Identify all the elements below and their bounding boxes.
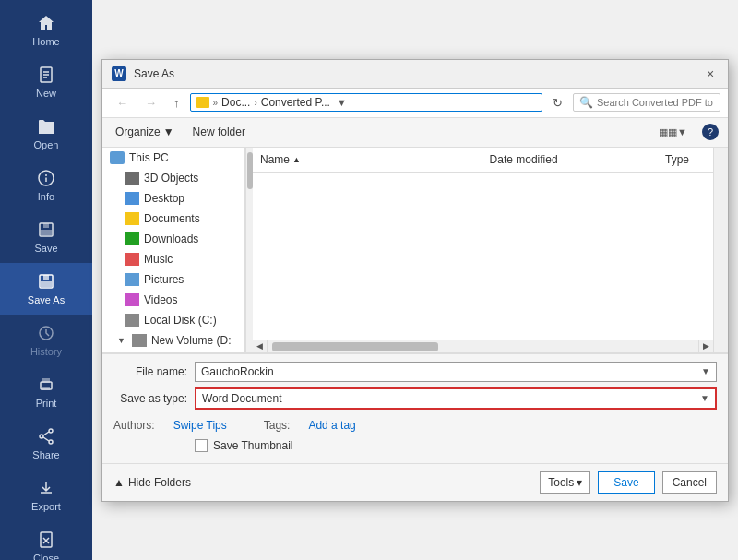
- horizontal-scrollbar[interactable]: ◀ ▶: [253, 340, 713, 352]
- info-icon: [37, 169, 55, 187]
- sidebar-item-share[interactable]: Share: [0, 418, 92, 470]
- nav-item-music[interactable]: Music: [102, 249, 244, 269]
- svg-point-18: [40, 435, 43, 438]
- breadcrumb-folder: [196, 97, 209, 108]
- sidebar-item-info[interactable]: Info: [0, 160, 92, 211]
- sidebar-item-new[interactable]: New: [0, 56, 92, 108]
- svg-rect-11: [43, 275, 49, 280]
- svg-rect-9: [41, 230, 52, 235]
- nav-item-desktop[interactable]: Desktop: [102, 188, 244, 209]
- view-options-button[interactable]: ▦▦ ▼: [653, 123, 693, 142]
- refresh-button[interactable]: ↻: [546, 92, 569, 113]
- sidebar-item-save-as[interactable]: Save As: [0, 263, 92, 315]
- organize-button[interactable]: Organize ▼: [112, 124, 178, 140]
- col-date-label: Date modified: [490, 153, 558, 166]
- save-label: Save: [613, 476, 638, 489]
- filetype-value: Word Document: [202, 392, 281, 405]
- svg-rect-16: [42, 387, 50, 390]
- nav-item-local-disk[interactable]: Local Disk (C:): [102, 310, 244, 330]
- sidebar-item-print[interactable]: Print: [0, 366, 92, 418]
- sidebar-item-history[interactable]: History: [0, 315, 92, 366]
- sidebar-item-close[interactable]: Close: [0, 521, 92, 560]
- help-button[interactable]: ?: [702, 124, 719, 140]
- main-content: W Save As × ← → ↑ » Doc... › Converted P…: [92, 0, 738, 560]
- hide-folders-button[interactable]: ▲ Hide Folders: [113, 476, 191, 489]
- file-list-container: Name ▲ Date modified Type: [253, 148, 713, 352]
- breadcrumb-bar[interactable]: » Doc... › Converted P... ▼: [190, 93, 543, 112]
- save-button[interactable]: Save: [598, 471, 654, 494]
- this-pc-icon: [110, 151, 125, 164]
- column-date-modified[interactable]: Date modified: [482, 150, 658, 169]
- nav-item-downloads[interactable]: Downloads: [102, 229, 244, 249]
- sidebar-label-print: Print: [36, 398, 57, 409]
- sidebar-label-save: Save: [34, 243, 57, 254]
- filename-input[interactable]: GauchoRockin ▼: [195, 362, 717, 382]
- action-buttons: Tools ▾ Save Cancel: [540, 471, 717, 494]
- back-button[interactable]: ←: [110, 92, 135, 113]
- tools-button[interactable]: Tools ▾: [540, 471, 590, 494]
- nav-label-desktop: Desktop: [144, 192, 184, 205]
- sidebar: Home New Open Info Save: [0, 0, 92, 560]
- sidebar-label-new: New: [36, 88, 56, 99]
- svg-rect-15: [42, 378, 50, 383]
- filetype-row: Save as type: Word Document ▼: [113, 387, 717, 410]
- view-dropdown-arrow-icon: ▼: [677, 126, 687, 137]
- new-volume-icon: [132, 334, 147, 347]
- new-folder-button[interactable]: New folder: [187, 124, 251, 140]
- nav-item-3d-objects[interactable]: 3D Objects: [102, 168, 244, 188]
- new-folder-label: New folder: [193, 125, 245, 138]
- up-button[interactable]: ↑: [167, 92, 186, 113]
- sidebar-item-save[interactable]: Save: [0, 211, 92, 263]
- dialog-titlebar: W Save As ×: [102, 60, 728, 89]
- vertical-scrollbar[interactable]: [713, 148, 728, 352]
- sidebar-label-info: Info: [38, 191, 54, 202]
- nav-label-videos: Videos: [144, 293, 177, 306]
- tags-link[interactable]: Add a tag: [308, 419, 355, 432]
- authors-link[interactable]: Swipe Tips: [173, 419, 227, 432]
- breadcrumb-chevron-2: ›: [254, 98, 256, 108]
- sidebar-item-home[interactable]: Home: [0, 5, 92, 56]
- nav-label-local-disk: Local Disk (C:): [144, 314, 217, 327]
- filetype-dropdown-icon: ▼: [700, 393, 709, 403]
- h-scroll-track[interactable]: [268, 340, 698, 352]
- nav-scrollbar[interactable]: [245, 148, 253, 352]
- forward-button[interactable]: →: [138, 92, 163, 113]
- help-icon: ?: [708, 126, 713, 137]
- organize-arrow-icon: ▼: [163, 125, 174, 138]
- thumbnail-label: Save Thumbnail: [213, 439, 293, 452]
- dialog-nav-toolbar: ← → ↑ » Doc... › Converted P... ▼ ↻ 🔍: [102, 89, 728, 118]
- search-icon: 🔍: [579, 96, 593, 109]
- dialog-close-button[interactable]: ×: [702, 66, 719, 82]
- thumbnail-checkbox[interactable]: [195, 439, 208, 452]
- breadcrumb-part-2: Converted P...: [261, 96, 330, 109]
- search-bar: 🔍: [573, 93, 720, 112]
- nav-label-this-pc: This PC: [129, 151, 169, 164]
- documents-icon: [125, 212, 139, 225]
- breadcrumb-dropdown-button[interactable]: ▼: [334, 97, 350, 108]
- music-icon: [125, 253, 139, 266]
- sidebar-item-export[interactable]: Export: [0, 470, 92, 521]
- filetype-input[interactable]: Word Document ▼: [195, 387, 717, 410]
- pictures-icon: [125, 273, 139, 286]
- 3d-objects-icon: [125, 172, 139, 185]
- sidebar-label-export: Export: [31, 501, 61, 512]
- nav-item-documents[interactable]: Documents: [102, 209, 244, 229]
- search-input[interactable]: [597, 97, 714, 108]
- h-scroll-left-btn[interactable]: ◀: [253, 340, 268, 352]
- print-icon: [37, 375, 55, 394]
- nav-label-new-volume: New Volume (D:: [151, 334, 232, 347]
- column-name[interactable]: Name ▲: [253, 150, 482, 169]
- sidebar-label-open: Open: [34, 139, 59, 150]
- nav-item-new-volume[interactable]: ▼ New Volume (D:: [102, 330, 244, 351]
- h-scroll-right-btn[interactable]: ▶: [698, 340, 713, 352]
- nav-item-this-pc[interactable]: This PC: [102, 148, 244, 168]
- thumbnail-row: Save Thumbnail: [113, 435, 717, 456]
- sidebar-item-open[interactable]: Open: [0, 108, 92, 160]
- nav-item-pictures[interactable]: Pictures: [102, 269, 244, 290]
- history-icon: [37, 324, 55, 342]
- videos-icon: [125, 293, 139, 306]
- column-type[interactable]: Type: [658, 150, 713, 169]
- cancel-button[interactable]: Cancel: [662, 471, 717, 494]
- authors-label: Authors:: [113, 419, 155, 432]
- nav-item-videos[interactable]: Videos: [102, 290, 244, 310]
